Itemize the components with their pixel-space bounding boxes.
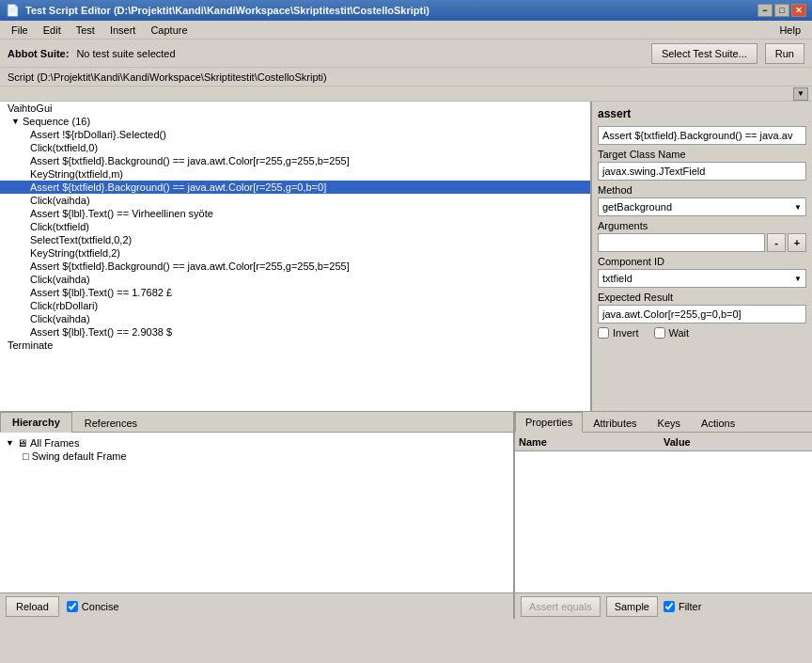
tab-keys[interactable]: Keys [648, 412, 691, 433]
hierarchy-tab-bar: Hierarchy References [0, 412, 513, 433]
script-path-bar: Script (D:\Projektit\Kandi\KandiWorkspac… [0, 68, 812, 87]
tree-expand-icon[interactable]: ▼ [6, 438, 14, 448]
frame-icon: □ [23, 450, 29, 462]
menu-help[interactable]: Help [772, 23, 808, 38]
tab-references[interactable]: References [72, 412, 149, 433]
method-group: Method getBackground ▼ [598, 184, 806, 216]
script-item-8[interactable]: SelectText(txtfield,0,2) [0, 233, 590, 246]
script-item-13[interactable]: Click(rbDollari) [0, 299, 590, 312]
component-id-group: Component ID txtfield ▼ [598, 256, 806, 288]
script-item-0[interactable]: Assert !${rbDollari}.Selected() [0, 128, 590, 141]
reload-button[interactable]: Reload [6, 596, 59, 617]
script-item-7[interactable]: Click(txtfield) [0, 220, 590, 233]
assert-title: assert [598, 107, 806, 120]
arguments-group: Arguments - + [598, 220, 806, 252]
script-item-3[interactable]: KeyString(txtfield,m) [0, 167, 590, 181]
bottom-area: Hierarchy References ▼ 🖥 All Frames □ Sw… [0, 412, 812, 619]
remove-argument-button[interactable]: - [767, 233, 786, 252]
tab-hierarchy[interactable]: Hierarchy [0, 412, 72, 433]
script-item-12[interactable]: Assert ${lbl}.Text() == 1.7682 £ [0, 286, 590, 299]
properties-header: Name Value [515, 433, 812, 451]
suite-label: Abbot Suite: [8, 48, 69, 59]
component-id-select[interactable]: txtfield ▼ [598, 269, 806, 288]
col-value: Value [664, 436, 808, 448]
script-item-9[interactable]: KeyString(txtfield,2) [0, 246, 590, 260]
menu-file[interactable]: File [4, 23, 36, 38]
arguments-label: Arguments [598, 220, 806, 231]
wait-checkbox[interactable] [654, 327, 665, 339]
tree-area: ▼ 🖥 All Frames □ Swing default Frame [0, 433, 513, 592]
title-icon: 📄 [6, 4, 20, 17]
properties-panel: Properties Attributes Keys Actions Name … [515, 412, 812, 619]
target-class-label: Target Class Name [598, 149, 806, 160]
maximize-button[interactable]: □ [774, 4, 789, 17]
filter-checkbox-label[interactable]: Filter [664, 601, 701, 612]
script-item-10[interactable]: Assert ${txtfield}.Background() == java.… [0, 260, 590, 273]
concise-checkbox-label[interactable]: Concise [67, 601, 119, 612]
expected-result-label: Expected Result [598, 292, 806, 303]
tab-properties[interactable]: Properties [515, 412, 583, 433]
hierarchy-bottom-toolbar: Reload Concise [0, 592, 513, 619]
script-item-2[interactable]: Assert ${txtfield}.Background() == java.… [0, 154, 590, 167]
script-item-11[interactable]: Click(vaihda) [0, 273, 590, 286]
suite-value: No test suite selected [76, 48, 175, 59]
target-class-value: javax.swing.JTextField [598, 162, 806, 181]
method-select[interactable]: getBackground ▼ [598, 197, 806, 216]
title-text: Test Script Editor (D:\Projektit\Kandi\K… [25, 5, 756, 16]
menu-bar: File Edit Test Insert Capture Help [0, 21, 812, 39]
component-id-label: Component ID [598, 256, 806, 267]
root-item[interactable]: VaihtoGui [0, 102, 590, 115]
sequence-header[interactable]: ▼ Sequence (16) [0, 115, 590, 128]
tree-root[interactable]: ▼ 🖥 All Frames [4, 436, 509, 450]
toolbar: Abbot Suite: No test suite selected Sele… [0, 39, 812, 68]
add-argument-button[interactable]: + [788, 233, 806, 252]
menu-capture[interactable]: Capture [143, 23, 195, 38]
col-name: Name [519, 436, 664, 448]
assert-equals-button[interactable]: Assert equals [521, 596, 601, 617]
target-class-group: Target Class Name javax.swing.JTextField [598, 149, 806, 181]
run-button[interactable]: Run [765, 43, 804, 64]
sample-button[interactable]: Sample [606, 596, 658, 617]
properties-bottom-toolbar: Assert equals Sample Filter [515, 592, 812, 619]
script-item-5[interactable]: Click(vaihda) [0, 194, 590, 207]
assert-statement-group: Assert ${txtfield}.Background() == java.… [598, 126, 806, 145]
minimize-button[interactable]: − [757, 4, 773, 17]
dropdown-bar: ▼ [0, 87, 812, 102]
dropdown-button[interactable]: ▼ [793, 87, 808, 101]
properties-content [515, 451, 812, 592]
menu-edit[interactable]: Edit [36, 23, 69, 38]
script-panel: VaihtoGui ▼ Sequence (16) Assert !${rbDo… [0, 102, 592, 411]
invert-checkbox-label[interactable]: Invert [598, 327, 639, 339]
expected-result-value: java.awt.Color[r=255,g=0,b=0] [598, 305, 806, 324]
script-item-6[interactable]: Assert ${lbl}.Text() == Virheellinen syö… [0, 207, 590, 220]
script-item-1[interactable]: Click(txtfield,0) [0, 141, 590, 154]
arguments-row: - + [598, 233, 806, 252]
triangle-icon: ▼ [11, 117, 20, 126]
invert-wait-row: Invert Wait [598, 327, 806, 339]
all-frames-icon: 🖥 [17, 437, 27, 449]
assert-statement: Assert ${txtfield}.Background() == java.… [598, 126, 806, 145]
assert-panel: assert Assert ${txtfield}.Background() =… [592, 102, 812, 411]
tree-child-0[interactable]: □ Swing default Frame [4, 450, 509, 463]
expected-result-group: Expected Result java.awt.Color[r=255,g=0… [598, 292, 806, 324]
wait-checkbox-label[interactable]: Wait [654, 327, 690, 339]
menu-insert[interactable]: Insert [102, 23, 144, 38]
main-area: VaihtoGui ▼ Sequence (16) Assert !${rbDo… [0, 102, 812, 412]
arguments-input[interactable] [598, 233, 765, 252]
filter-checkbox[interactable] [664, 601, 675, 612]
component-id-dropdown-arrow: ▼ [794, 275, 802, 283]
script-item-14[interactable]: Click(vaihda) [0, 312, 590, 325]
select-test-suite-button[interactable]: Select Test Suite... [651, 43, 757, 64]
tab-actions[interactable]: Actions [691, 412, 745, 433]
tab-attributes[interactable]: Attributes [583, 412, 647, 433]
hierarchy-panel: Hierarchy References ▼ 🖥 All Frames □ Sw… [0, 412, 515, 619]
script-path-label: Script (D:\Projektit\Kandi\KandiWorkspac… [8, 71, 327, 83]
concise-checkbox[interactable] [67, 601, 78, 612]
menu-test[interactable]: Test [69, 23, 102, 38]
script-item-4[interactable]: Assert ${txtfield}.Background() == java.… [0, 181, 590, 194]
terminate-item[interactable]: Terminate [0, 339, 590, 352]
script-item-15[interactable]: Assert ${lbl}.Text() == 2.9038 $ [0, 325, 590, 339]
close-button[interactable]: ✕ [791, 4, 806, 17]
invert-checkbox[interactable] [598, 327, 609, 339]
method-label: Method [598, 184, 806, 196]
